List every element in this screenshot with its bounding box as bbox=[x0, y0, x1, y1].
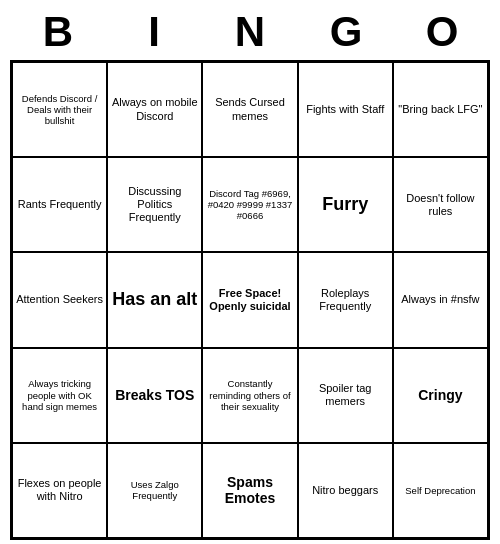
title-i: I bbox=[114, 8, 194, 56]
cell-8: Furry bbox=[298, 157, 393, 252]
title-b: B bbox=[18, 8, 98, 56]
title-o: O bbox=[402, 8, 482, 56]
bingo-grid: Defends Discord / Deals with their bulls… bbox=[10, 60, 490, 540]
cell-17: Constantly reminding others of their sex… bbox=[202, 348, 297, 443]
cell-23: Nitro beggars bbox=[298, 443, 393, 538]
cell-3: Fights with Staff bbox=[298, 62, 393, 157]
cell-13: Roleplays Frequently bbox=[298, 252, 393, 347]
cell-10: Attention Seekers bbox=[12, 252, 107, 347]
cell-12: Free Space! Openly suicidal bbox=[202, 252, 297, 347]
cell-16: Breaks TOS bbox=[107, 348, 202, 443]
cell-0: Defends Discord / Deals with their bulls… bbox=[12, 62, 107, 157]
cell-6: Discussing Politics Frequently bbox=[107, 157, 202, 252]
cell-19: Cringy bbox=[393, 348, 488, 443]
cell-14: Always in #nsfw bbox=[393, 252, 488, 347]
cell-11: Has an alt bbox=[107, 252, 202, 347]
cell-5: Rants Frequently bbox=[12, 157, 107, 252]
title-g: G bbox=[306, 8, 386, 56]
cell-7: Discord Tag #6969, #0420 #9999 #1337 #06… bbox=[202, 157, 297, 252]
cell-21: Uses Zalgo Frequently bbox=[107, 443, 202, 538]
cell-18: Spoiler tag memers bbox=[298, 348, 393, 443]
bingo-title: B I N G O bbox=[10, 8, 490, 56]
cell-15: Always tricking people with OK hand sign… bbox=[12, 348, 107, 443]
cell-2: Sends Cursed memes bbox=[202, 62, 297, 157]
cell-9: Doesn't follow rules bbox=[393, 157, 488, 252]
cell-4: "Bring back LFG" bbox=[393, 62, 488, 157]
cell-22: Spams Emotes bbox=[202, 443, 297, 538]
cell-24: Self Deprecation bbox=[393, 443, 488, 538]
cell-1: Always on mobile Discord bbox=[107, 62, 202, 157]
cell-20: Flexes on people with Nitro bbox=[12, 443, 107, 538]
title-n: N bbox=[210, 8, 290, 56]
